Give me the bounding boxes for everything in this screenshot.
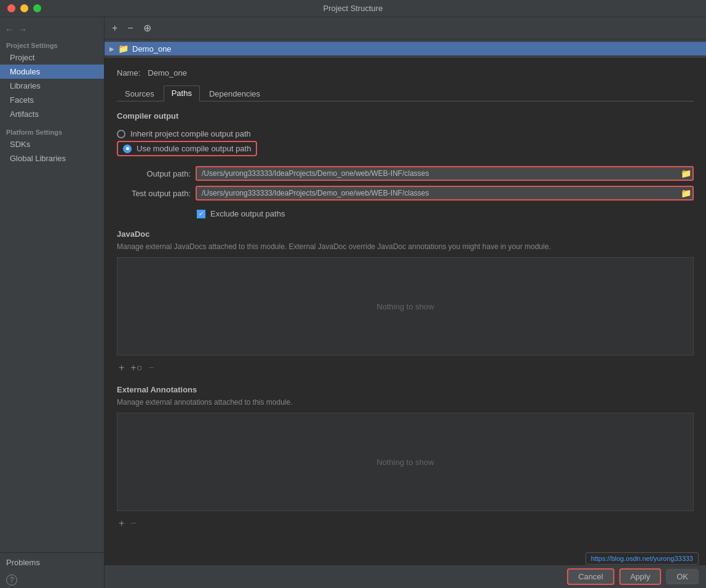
folder-icon: 📁	[118, 44, 129, 54]
content-toolbar: + − ⊕	[105, 17, 706, 39]
sidebar-global-libraries-label: Global Libraries	[10, 154, 66, 163]
copy-module-button[interactable]: ⊕	[141, 22, 154, 34]
titlebar-buttons	[7, 4, 41, 12]
minimize-button[interactable]	[20, 4, 28, 12]
apply-button[interactable]: Apply	[619, 568, 662, 585]
exclude-output-row: Exclude output paths	[117, 205, 694, 222]
output-path-row: Output path: 📁	[117, 166, 694, 181]
name-label: Name:	[117, 68, 140, 77]
sidebar-item-libraries[interactable]: Libraries	[0, 79, 104, 93]
tab-paths[interactable]: Paths	[164, 85, 200, 101]
sidebar-problems-label: Problems	[6, 558, 40, 567]
external-annotations-remove-button[interactable]: −	[129, 517, 138, 530]
test-output-path-wrapper: 📁	[196, 186, 694, 201]
exclude-output-label: Exclude output paths	[210, 209, 285, 218]
external-annotations-desc: Manage external annotations attached to …	[117, 397, 694, 408]
javadoc-mini-toolbar: + +○ −	[117, 360, 694, 375]
maximize-button[interactable]	[33, 4, 41, 12]
window-title: Project Structure	[323, 4, 383, 13]
tab-paths-label: Paths	[172, 89, 192, 98]
external-annotations-empty-panel: Nothing to show	[117, 413, 694, 511]
back-arrow[interactable]: ←	[5, 25, 14, 34]
output-path-browse-icon[interactable]: 📁	[681, 169, 691, 178]
platform-settings-label: Platform Settings	[0, 121, 104, 137]
content-area: + − ⊕ ▶ 📁 Demo_one Name: Demo_one Source…	[105, 17, 706, 588]
remove-module-button[interactable]: −	[125, 22, 135, 34]
sidebar-libraries-label: Libraries	[10, 81, 41, 90]
radio-inherit[interactable]: Inherit project compile output path	[117, 127, 694, 141]
tree-item-demo-one[interactable]: ▶ 📁 Demo_one	[105, 42, 706, 55]
javadoc-remove-button[interactable]: −	[146, 362, 156, 374]
tabs-row: Sources Paths Dependencies	[117, 85, 694, 101]
ok-button[interactable]: OK	[666, 569, 699, 584]
tab-dependencies[interactable]: Dependencies	[201, 86, 268, 101]
external-annotations-header: External Annotations	[117, 385, 694, 394]
name-row: Name: Demo_one	[117, 68, 694, 77]
main-layout: ← → Project Settings Project Modules Lib…	[0, 17, 706, 588]
radio-inherit-input[interactable]	[117, 130, 125, 138]
javadoc-section: JavaDoc Manage external JavaDocs attache…	[117, 229, 694, 375]
module-tree: ▶ 📁 Demo_one	[105, 39, 706, 58]
external-annotations-section: External Annotations Manage external ann…	[117, 385, 694, 531]
output-path-wrapper: 📁	[196, 166, 694, 181]
javadoc-empty-text: Nothing to show	[376, 302, 434, 311]
main-panel: Name: Demo_one Sources Paths Dependencie…	[105, 58, 706, 565]
output-path-label: Output path:	[117, 169, 191, 178]
radio-use-module-label: Use module compile output path	[137, 144, 251, 153]
javadoc-header: JavaDoc	[117, 229, 694, 239]
help-icon-row: ?	[0, 572, 104, 588]
bottom-bar: https://blog.osdn.net/yurong33333 Cancel…	[105, 565, 706, 588]
sidebar-item-global-libraries[interactable]: Global Libraries	[0, 151, 104, 165]
sidebar: ← → Project Settings Project Modules Lib…	[0, 17, 105, 588]
sidebar-modules-label: Modules	[10, 67, 40, 76]
sidebar-nav-row: ← →	[0, 22, 104, 37]
external-annotations-add-button[interactable]: +	[117, 517, 126, 530]
radio-group-compiler: Inherit project compile output path Use …	[117, 127, 694, 161]
tab-dependencies-label: Dependencies	[209, 89, 260, 98]
test-output-path-label: Test output path:	[117, 189, 191, 198]
name-value: Demo_one	[148, 68, 187, 77]
radio-inherit-label: Inherit project compile output path	[130, 129, 251, 138]
tree-arrow-icon: ▶	[109, 46, 114, 52]
sidebar-item-facets[interactable]: Facets	[0, 93, 104, 107]
tree-item-label: Demo_one	[132, 44, 172, 54]
sidebar-item-problems[interactable]: Problems	[0, 552, 104, 572]
close-button[interactable]	[7, 4, 15, 12]
sidebar-facets-label: Facets	[10, 95, 34, 105]
exclude-output-checkbox[interactable]	[197, 210, 205, 218]
tab-sources[interactable]: Sources	[117, 86, 162, 101]
tab-sources-label: Sources	[125, 89, 154, 98]
project-settings-label: Project Settings	[0, 37, 104, 50]
test-output-path-browse-icon[interactable]: 📁	[681, 188, 691, 198]
compiler-output-header: Compiler output	[117, 111, 694, 121]
radio-use-module-input[interactable]	[123, 145, 132, 153]
javadoc-empty-panel: Nothing to show	[117, 257, 694, 356]
sidebar-artifacts-label: Artifacts	[10, 109, 39, 119]
sidebar-spacer	[0, 165, 104, 552]
javadoc-desc: Manage external JavaDocs attached to thi…	[117, 241, 694, 252]
cancel-button[interactable]: Cancel	[567, 568, 614, 585]
output-path-input[interactable]	[196, 166, 694, 181]
forward-arrow[interactable]: →	[18, 25, 27, 34]
sidebar-sdks-label: SDKs	[10, 140, 30, 149]
sidebar-item-artifacts[interactable]: Artifacts	[0, 107, 104, 121]
javadoc-add-root-button[interactable]: +○	[129, 362, 144, 374]
javadoc-add-button[interactable]: +	[117, 362, 126, 374]
titlebar: Project Structure	[0, 0, 706, 17]
help-icon: ?	[10, 576, 14, 584]
add-module-button[interactable]: +	[109, 22, 120, 34]
help-button[interactable]: ?	[6, 574, 17, 586]
sidebar-item-modules[interactable]: Modules	[0, 65, 104, 79]
test-output-path-row: Test output path: 📁	[117, 186, 694, 201]
radio-use-module-highlighted[interactable]: Use module compile output path	[117, 141, 257, 156]
external-annotations-empty-text: Nothing to show	[376, 458, 434, 467]
test-output-path-input[interactable]	[196, 186, 694, 201]
sidebar-item-project[interactable]: Project	[0, 50, 104, 65]
external-annotations-mini-toolbar: + −	[117, 516, 694, 531]
sidebar-item-sdks[interactable]: SDKs	[0, 137, 104, 151]
sidebar-project-label: Project	[10, 53, 34, 62]
url-tooltip: https://blog.osdn.net/yurong33333	[585, 552, 699, 565]
